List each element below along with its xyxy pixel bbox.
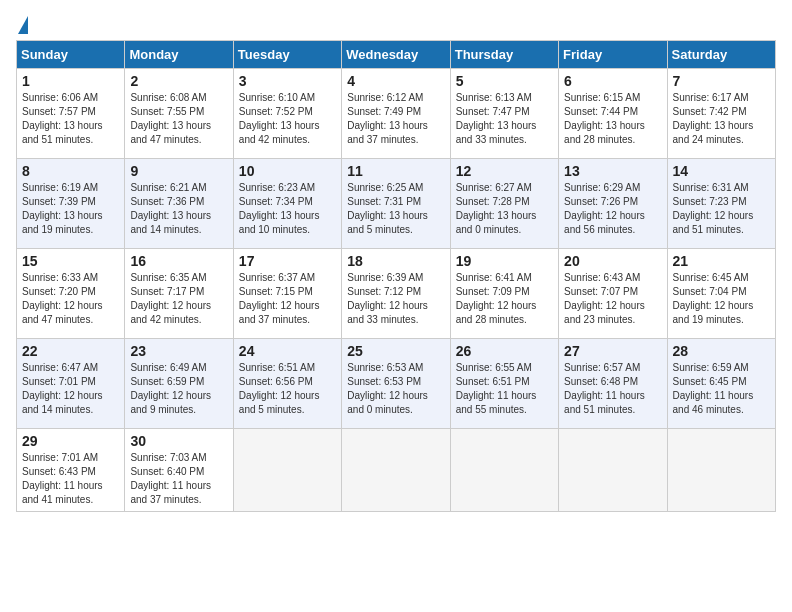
calendar-cell: 27Sunrise: 6:57 AMSunset: 6:48 PMDayligh… <box>559 339 667 429</box>
calendar-cell: 5Sunrise: 6:13 AMSunset: 7:47 PMDaylight… <box>450 69 558 159</box>
calendar-cell: 15Sunrise: 6:33 AMSunset: 7:20 PMDayligh… <box>17 249 125 339</box>
day-info: Sunrise: 6:43 AMSunset: 7:07 PMDaylight:… <box>564 271 661 327</box>
calendar-cell: 16Sunrise: 6:35 AMSunset: 7:17 PMDayligh… <box>125 249 233 339</box>
calendar-cell: 19Sunrise: 6:41 AMSunset: 7:09 PMDayligh… <box>450 249 558 339</box>
day-number: 7 <box>673 73 770 89</box>
calendar-cell <box>342 429 450 512</box>
day-number: 11 <box>347 163 444 179</box>
day-number: 4 <box>347 73 444 89</box>
calendar-cell: 20Sunrise: 6:43 AMSunset: 7:07 PMDayligh… <box>559 249 667 339</box>
logo-triangle-icon <box>18 16 28 34</box>
day-info: Sunrise: 6:39 AMSunset: 7:12 PMDaylight:… <box>347 271 444 327</box>
day-number: 6 <box>564 73 661 89</box>
day-info: Sunrise: 6:10 AMSunset: 7:52 PMDaylight:… <box>239 91 336 147</box>
calendar-cell: 10Sunrise: 6:23 AMSunset: 7:34 PMDayligh… <box>233 159 341 249</box>
day-info: Sunrise: 6:17 AMSunset: 7:42 PMDaylight:… <box>673 91 770 147</box>
day-number: 17 <box>239 253 336 269</box>
day-info: Sunrise: 6:08 AMSunset: 7:55 PMDaylight:… <box>130 91 227 147</box>
calendar-cell: 7Sunrise: 6:17 AMSunset: 7:42 PMDaylight… <box>667 69 775 159</box>
calendar-cell: 17Sunrise: 6:37 AMSunset: 7:15 PMDayligh… <box>233 249 341 339</box>
day-info: Sunrise: 6:55 AMSunset: 6:51 PMDaylight:… <box>456 361 553 417</box>
calendar-cell: 12Sunrise: 6:27 AMSunset: 7:28 PMDayligh… <box>450 159 558 249</box>
day-info: Sunrise: 6:53 AMSunset: 6:53 PMDaylight:… <box>347 361 444 417</box>
calendar-cell: 18Sunrise: 6:39 AMSunset: 7:12 PMDayligh… <box>342 249 450 339</box>
day-number: 21 <box>673 253 770 269</box>
day-number: 23 <box>130 343 227 359</box>
week-row-5: 29Sunrise: 7:01 AMSunset: 6:43 PMDayligh… <box>17 429 776 512</box>
day-number: 5 <box>456 73 553 89</box>
calendar-cell <box>667 429 775 512</box>
week-row-3: 15Sunrise: 6:33 AMSunset: 7:20 PMDayligh… <box>17 249 776 339</box>
day-number: 22 <box>22 343 119 359</box>
calendar-cell: 22Sunrise: 6:47 AMSunset: 7:01 PMDayligh… <box>17 339 125 429</box>
calendar-cell: 28Sunrise: 6:59 AMSunset: 6:45 PMDayligh… <box>667 339 775 429</box>
calendar-cell: 30Sunrise: 7:03 AMSunset: 6:40 PMDayligh… <box>125 429 233 512</box>
calendar-cell: 23Sunrise: 6:49 AMSunset: 6:59 PMDayligh… <box>125 339 233 429</box>
day-number: 25 <box>347 343 444 359</box>
calendar-cell: 26Sunrise: 6:55 AMSunset: 6:51 PMDayligh… <box>450 339 558 429</box>
day-info: Sunrise: 6:25 AMSunset: 7:31 PMDaylight:… <box>347 181 444 237</box>
calendar-cell: 6Sunrise: 6:15 AMSunset: 7:44 PMDaylight… <box>559 69 667 159</box>
day-number: 28 <box>673 343 770 359</box>
day-number: 1 <box>22 73 119 89</box>
day-info: Sunrise: 6:35 AMSunset: 7:17 PMDaylight:… <box>130 271 227 327</box>
col-header-saturday: Saturday <box>667 41 775 69</box>
day-number: 26 <box>456 343 553 359</box>
week-row-1: 1Sunrise: 6:06 AMSunset: 7:57 PMDaylight… <box>17 69 776 159</box>
calendar-cell: 21Sunrise: 6:45 AMSunset: 7:04 PMDayligh… <box>667 249 775 339</box>
day-info: Sunrise: 7:03 AMSunset: 6:40 PMDaylight:… <box>130 451 227 507</box>
day-info: Sunrise: 6:15 AMSunset: 7:44 PMDaylight:… <box>564 91 661 147</box>
calendar-cell: 25Sunrise: 6:53 AMSunset: 6:53 PMDayligh… <box>342 339 450 429</box>
day-info: Sunrise: 6:31 AMSunset: 7:23 PMDaylight:… <box>673 181 770 237</box>
day-number: 2 <box>130 73 227 89</box>
calendar-cell: 29Sunrise: 7:01 AMSunset: 6:43 PMDayligh… <box>17 429 125 512</box>
calendar-cell: 1Sunrise: 6:06 AMSunset: 7:57 PMDaylight… <box>17 69 125 159</box>
calendar-cell <box>233 429 341 512</box>
day-number: 3 <box>239 73 336 89</box>
calendar-cell: 13Sunrise: 6:29 AMSunset: 7:26 PMDayligh… <box>559 159 667 249</box>
col-header-thursday: Thursday <box>450 41 558 69</box>
day-number: 12 <box>456 163 553 179</box>
day-number: 9 <box>130 163 227 179</box>
day-info: Sunrise: 6:45 AMSunset: 7:04 PMDaylight:… <box>673 271 770 327</box>
logo <box>16 16 28 32</box>
day-info: Sunrise: 6:41 AMSunset: 7:09 PMDaylight:… <box>456 271 553 327</box>
day-info: Sunrise: 6:27 AMSunset: 7:28 PMDaylight:… <box>456 181 553 237</box>
day-number: 16 <box>130 253 227 269</box>
day-info: Sunrise: 7:01 AMSunset: 6:43 PMDaylight:… <box>22 451 119 507</box>
day-number: 13 <box>564 163 661 179</box>
day-info: Sunrise: 6:57 AMSunset: 6:48 PMDaylight:… <box>564 361 661 417</box>
day-info: Sunrise: 6:19 AMSunset: 7:39 PMDaylight:… <box>22 181 119 237</box>
calendar-cell: 14Sunrise: 6:31 AMSunset: 7:23 PMDayligh… <box>667 159 775 249</box>
day-info: Sunrise: 6:06 AMSunset: 7:57 PMDaylight:… <box>22 91 119 147</box>
day-info: Sunrise: 6:59 AMSunset: 6:45 PMDaylight:… <box>673 361 770 417</box>
calendar-cell: 9Sunrise: 6:21 AMSunset: 7:36 PMDaylight… <box>125 159 233 249</box>
week-row-4: 22Sunrise: 6:47 AMSunset: 7:01 PMDayligh… <box>17 339 776 429</box>
calendar-cell: 11Sunrise: 6:25 AMSunset: 7:31 PMDayligh… <box>342 159 450 249</box>
day-info: Sunrise: 6:12 AMSunset: 7:49 PMDaylight:… <box>347 91 444 147</box>
col-header-friday: Friday <box>559 41 667 69</box>
day-info: Sunrise: 6:37 AMSunset: 7:15 PMDaylight:… <box>239 271 336 327</box>
day-number: 29 <box>22 433 119 449</box>
calendar-table: SundayMondayTuesdayWednesdayThursdayFrid… <box>16 40 776 512</box>
calendar-cell: 24Sunrise: 6:51 AMSunset: 6:56 PMDayligh… <box>233 339 341 429</box>
col-header-wednesday: Wednesday <box>342 41 450 69</box>
day-number: 10 <box>239 163 336 179</box>
day-info: Sunrise: 6:23 AMSunset: 7:34 PMDaylight:… <box>239 181 336 237</box>
page-header <box>16 16 776 32</box>
col-header-tuesday: Tuesday <box>233 41 341 69</box>
day-info: Sunrise: 6:13 AMSunset: 7:47 PMDaylight:… <box>456 91 553 147</box>
day-number: 18 <box>347 253 444 269</box>
day-info: Sunrise: 6:33 AMSunset: 7:20 PMDaylight:… <box>22 271 119 327</box>
calendar-cell: 4Sunrise: 6:12 AMSunset: 7:49 PMDaylight… <box>342 69 450 159</box>
day-number: 27 <box>564 343 661 359</box>
calendar-cell <box>559 429 667 512</box>
day-number: 8 <box>22 163 119 179</box>
day-number: 14 <box>673 163 770 179</box>
calendar-cell: 3Sunrise: 6:10 AMSunset: 7:52 PMDaylight… <box>233 69 341 159</box>
calendar-header-row: SundayMondayTuesdayWednesdayThursdayFrid… <box>17 41 776 69</box>
day-number: 15 <box>22 253 119 269</box>
week-row-2: 8Sunrise: 6:19 AMSunset: 7:39 PMDaylight… <box>17 159 776 249</box>
day-info: Sunrise: 6:47 AMSunset: 7:01 PMDaylight:… <box>22 361 119 417</box>
calendar-cell: 8Sunrise: 6:19 AMSunset: 7:39 PMDaylight… <box>17 159 125 249</box>
